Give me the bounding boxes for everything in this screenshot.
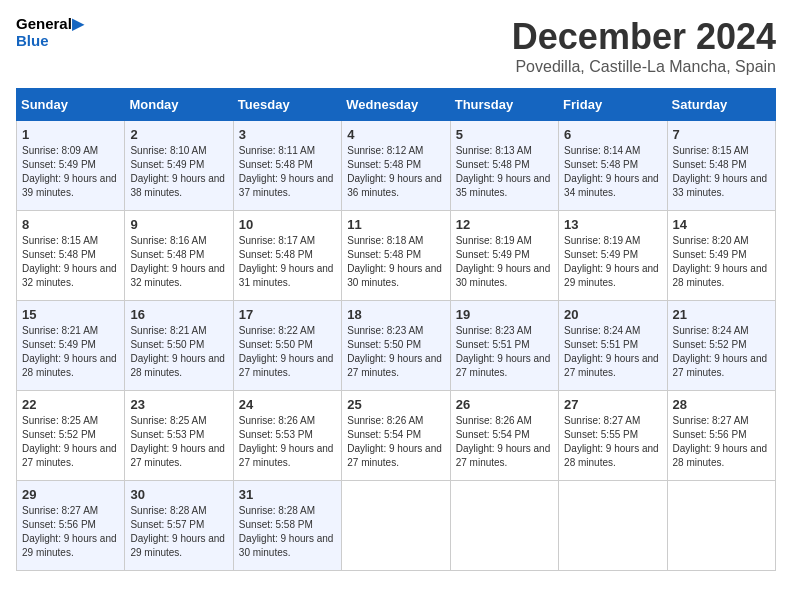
day-number: 10 — [239, 217, 336, 232]
day-number: 18 — [347, 307, 444, 322]
cell-info: Sunrise: 8:23 AMSunset: 5:51 PMDaylight:… — [456, 324, 553, 380]
calendar-cell: 24Sunrise: 8:26 AMSunset: 5:53 PMDayligh… — [233, 391, 341, 481]
calendar-cell — [450, 481, 558, 571]
cell-info: Sunrise: 8:22 AMSunset: 5:50 PMDaylight:… — [239, 324, 336, 380]
calendar-week-row: 22Sunrise: 8:25 AMSunset: 5:52 PMDayligh… — [17, 391, 776, 481]
day-number: 7 — [673, 127, 770, 142]
calendar-cell: 23Sunrise: 8:25 AMSunset: 5:53 PMDayligh… — [125, 391, 233, 481]
day-number: 27 — [564, 397, 661, 412]
calendar-cell: 1Sunrise: 8:09 AMSunset: 5:49 PMDaylight… — [17, 121, 125, 211]
calendar-cell — [667, 481, 775, 571]
logo: General▶ Blue — [16, 16, 84, 49]
cell-info: Sunrise: 8:26 AMSunset: 5:54 PMDaylight:… — [347, 414, 444, 470]
calendar-subtitle: Povedilla, Castille-La Mancha, Spain — [512, 58, 776, 76]
cell-info: Sunrise: 8:20 AMSunset: 5:49 PMDaylight:… — [673, 234, 770, 290]
cell-info: Sunrise: 8:27 AMSunset: 5:56 PMDaylight:… — [673, 414, 770, 470]
title-section: December 2024 Povedilla, Castille-La Man… — [512, 16, 776, 76]
calendar-cell: 25Sunrise: 8:26 AMSunset: 5:54 PMDayligh… — [342, 391, 450, 481]
header-day: Monday — [125, 89, 233, 121]
day-number: 11 — [347, 217, 444, 232]
calendar-cell: 16Sunrise: 8:21 AMSunset: 5:50 PMDayligh… — [125, 301, 233, 391]
day-number: 13 — [564, 217, 661, 232]
cell-info: Sunrise: 8:15 AMSunset: 5:48 PMDaylight:… — [22, 234, 119, 290]
day-number: 22 — [22, 397, 119, 412]
calendar-cell: 2Sunrise: 8:10 AMSunset: 5:49 PMDaylight… — [125, 121, 233, 211]
day-number: 20 — [564, 307, 661, 322]
cell-info: Sunrise: 8:19 AMSunset: 5:49 PMDaylight:… — [456, 234, 553, 290]
day-number: 30 — [130, 487, 227, 502]
day-number: 12 — [456, 217, 553, 232]
day-number: 9 — [130, 217, 227, 232]
calendar-cell: 26Sunrise: 8:26 AMSunset: 5:54 PMDayligh… — [450, 391, 558, 481]
day-number: 6 — [564, 127, 661, 142]
day-number: 17 — [239, 307, 336, 322]
header-row: SundayMondayTuesdayWednesdayThursdayFrid… — [17, 89, 776, 121]
calendar-cell: 7Sunrise: 8:15 AMSunset: 5:48 PMDaylight… — [667, 121, 775, 211]
cell-info: Sunrise: 8:27 AMSunset: 5:55 PMDaylight:… — [564, 414, 661, 470]
page-header: General▶ Blue December 2024 Povedilla, C… — [16, 16, 776, 76]
cell-info: Sunrise: 8:26 AMSunset: 5:53 PMDaylight:… — [239, 414, 336, 470]
calendar-cell: 22Sunrise: 8:25 AMSunset: 5:52 PMDayligh… — [17, 391, 125, 481]
day-number: 1 — [22, 127, 119, 142]
calendar-week-row: 8Sunrise: 8:15 AMSunset: 5:48 PMDaylight… — [17, 211, 776, 301]
cell-info: Sunrise: 8:21 AMSunset: 5:49 PMDaylight:… — [22, 324, 119, 380]
cell-info: Sunrise: 8:25 AMSunset: 5:53 PMDaylight:… — [130, 414, 227, 470]
day-number: 2 — [130, 127, 227, 142]
calendar-week-row: 29Sunrise: 8:27 AMSunset: 5:56 PMDayligh… — [17, 481, 776, 571]
calendar-cell: 13Sunrise: 8:19 AMSunset: 5:49 PMDayligh… — [559, 211, 667, 301]
calendar-cell: 18Sunrise: 8:23 AMSunset: 5:50 PMDayligh… — [342, 301, 450, 391]
cell-info: Sunrise: 8:17 AMSunset: 5:48 PMDaylight:… — [239, 234, 336, 290]
cell-info: Sunrise: 8:19 AMSunset: 5:49 PMDaylight:… — [564, 234, 661, 290]
cell-info: Sunrise: 8:27 AMSunset: 5:56 PMDaylight:… — [22, 504, 119, 560]
day-number: 3 — [239, 127, 336, 142]
calendar-cell: 30Sunrise: 8:28 AMSunset: 5:57 PMDayligh… — [125, 481, 233, 571]
cell-info: Sunrise: 8:16 AMSunset: 5:48 PMDaylight:… — [130, 234, 227, 290]
day-number: 24 — [239, 397, 336, 412]
cell-info: Sunrise: 8:18 AMSunset: 5:48 PMDaylight:… — [347, 234, 444, 290]
header-day: Wednesday — [342, 89, 450, 121]
cell-info: Sunrise: 8:23 AMSunset: 5:50 PMDaylight:… — [347, 324, 444, 380]
day-number: 16 — [130, 307, 227, 322]
calendar-cell: 10Sunrise: 8:17 AMSunset: 5:48 PMDayligh… — [233, 211, 341, 301]
cell-info: Sunrise: 8:21 AMSunset: 5:50 PMDaylight:… — [130, 324, 227, 380]
calendar-title: December 2024 — [512, 16, 776, 58]
calendar-cell: 5Sunrise: 8:13 AMSunset: 5:48 PMDaylight… — [450, 121, 558, 211]
header-day: Tuesday — [233, 89, 341, 121]
cell-info: Sunrise: 8:10 AMSunset: 5:49 PMDaylight:… — [130, 144, 227, 200]
day-number: 26 — [456, 397, 553, 412]
calendar-cell: 14Sunrise: 8:20 AMSunset: 5:49 PMDayligh… — [667, 211, 775, 301]
cell-info: Sunrise: 8:15 AMSunset: 5:48 PMDaylight:… — [673, 144, 770, 200]
cell-info: Sunrise: 8:25 AMSunset: 5:52 PMDaylight:… — [22, 414, 119, 470]
day-number: 31 — [239, 487, 336, 502]
calendar-week-row: 15Sunrise: 8:21 AMSunset: 5:49 PMDayligh… — [17, 301, 776, 391]
day-number: 19 — [456, 307, 553, 322]
calendar-cell: 19Sunrise: 8:23 AMSunset: 5:51 PMDayligh… — [450, 301, 558, 391]
cell-info: Sunrise: 8:11 AMSunset: 5:48 PMDaylight:… — [239, 144, 336, 200]
calendar-cell: 20Sunrise: 8:24 AMSunset: 5:51 PMDayligh… — [559, 301, 667, 391]
calendar-cell: 15Sunrise: 8:21 AMSunset: 5:49 PMDayligh… — [17, 301, 125, 391]
cell-info: Sunrise: 8:12 AMSunset: 5:48 PMDaylight:… — [347, 144, 444, 200]
calendar-week-row: 1Sunrise: 8:09 AMSunset: 5:49 PMDaylight… — [17, 121, 776, 211]
calendar-cell: 4Sunrise: 8:12 AMSunset: 5:48 PMDaylight… — [342, 121, 450, 211]
calendar-cell: 17Sunrise: 8:22 AMSunset: 5:50 PMDayligh… — [233, 301, 341, 391]
calendar-cell: 29Sunrise: 8:27 AMSunset: 5:56 PMDayligh… — [17, 481, 125, 571]
day-number: 4 — [347, 127, 444, 142]
calendar-cell: 8Sunrise: 8:15 AMSunset: 5:48 PMDaylight… — [17, 211, 125, 301]
cell-info: Sunrise: 8:09 AMSunset: 5:49 PMDaylight:… — [22, 144, 119, 200]
cell-info: Sunrise: 8:13 AMSunset: 5:48 PMDaylight:… — [456, 144, 553, 200]
day-number: 29 — [22, 487, 119, 502]
day-number: 14 — [673, 217, 770, 232]
cell-info: Sunrise: 8:28 AMSunset: 5:57 PMDaylight:… — [130, 504, 227, 560]
calendar-cell: 6Sunrise: 8:14 AMSunset: 5:48 PMDaylight… — [559, 121, 667, 211]
day-number: 5 — [456, 127, 553, 142]
cell-info: Sunrise: 8:28 AMSunset: 5:58 PMDaylight:… — [239, 504, 336, 560]
header-day: Sunday — [17, 89, 125, 121]
day-number: 23 — [130, 397, 227, 412]
calendar-table: SundayMondayTuesdayWednesdayThursdayFrid… — [16, 88, 776, 571]
day-number: 8 — [22, 217, 119, 232]
cell-info: Sunrise: 8:24 AMSunset: 5:51 PMDaylight:… — [564, 324, 661, 380]
day-number: 25 — [347, 397, 444, 412]
calendar-cell: 31Sunrise: 8:28 AMSunset: 5:58 PMDayligh… — [233, 481, 341, 571]
header-day: Friday — [559, 89, 667, 121]
day-number: 28 — [673, 397, 770, 412]
